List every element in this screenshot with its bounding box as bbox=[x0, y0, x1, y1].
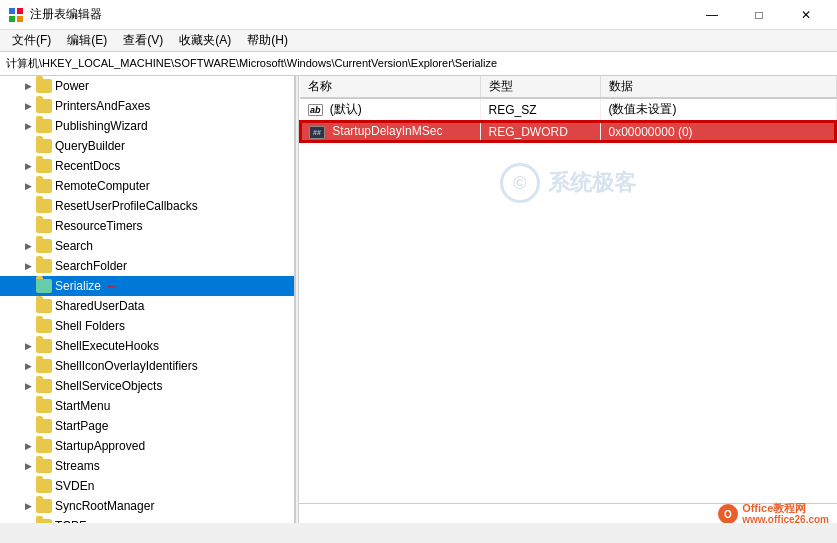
expander-publishing[interactable]: ▶ bbox=[20, 118, 36, 134]
expander-syncrootmanager[interactable]: ▶ bbox=[20, 498, 36, 514]
folder-icon-tcpf bbox=[36, 519, 52, 523]
tree-item-startmenu[interactable]: ▶ StartMenu bbox=[0, 396, 294, 416]
app-icon bbox=[8, 7, 24, 23]
folder-icon-shareduserdata bbox=[36, 299, 52, 313]
folder-icon-searchfolder bbox=[36, 259, 52, 273]
tree-item-resetprofile[interactable]: ▶ ResetUserProfileCallbacks bbox=[0, 196, 294, 216]
ab-icon: ab bbox=[308, 104, 323, 116]
minimize-button[interactable]: — bbox=[689, 0, 735, 30]
tree-label-remotecomputer: RemoteComputer bbox=[55, 179, 150, 193]
tree-label-startmenu: StartMenu bbox=[55, 399, 110, 413]
col-header-type[interactable]: 类型 bbox=[480, 76, 600, 98]
tree-item-recentdocs[interactable]: ▶ RecentDocs bbox=[0, 156, 294, 176]
folder-icon-shellexecutehooks bbox=[36, 339, 52, 353]
title-bar: 注册表编辑器 — □ ✕ bbox=[0, 0, 837, 30]
tree-item-tcpf[interactable]: ▶ TCPF... bbox=[0, 516, 294, 523]
cell-type-startup: REG_DWORD bbox=[480, 121, 600, 142]
tree-item-shellserviceobjects[interactable]: ▶ ShellServiceObjects bbox=[0, 376, 294, 396]
tree-item-shelliconoverlay[interactable]: ▶ ShellIconOverlayIdentifiers bbox=[0, 356, 294, 376]
menu-edit[interactable]: 编辑(E) bbox=[59, 30, 115, 51]
menu-file[interactable]: 文件(F) bbox=[4, 30, 59, 51]
cell-name-default: ab (默认) bbox=[300, 98, 480, 121]
expander-search[interactable]: ▶ bbox=[20, 238, 36, 254]
tree-label-shellserviceobjects: ShellServiceObjects bbox=[55, 379, 162, 393]
address-text: 计算机\HKEY_LOCAL_MACHINE\SOFTWARE\Microsof… bbox=[6, 56, 497, 71]
folder-icon-publishing bbox=[36, 119, 52, 133]
registry-table: 名称 类型 数据 ab (默认) REG_SZ bbox=[299, 76, 837, 143]
maximize-button[interactable]: □ bbox=[736, 0, 782, 30]
col-header-name[interactable]: 名称 bbox=[300, 76, 480, 98]
folder-icon-power bbox=[36, 79, 52, 93]
tree-label-search: Search bbox=[55, 239, 93, 253]
window-title: 注册表编辑器 bbox=[30, 6, 689, 23]
folder-icon-shellserviceobjects bbox=[36, 379, 52, 393]
registry-table-container: 名称 类型 数据 ab (默认) REG_SZ bbox=[299, 76, 837, 143]
expander-power[interactable]: ▶ bbox=[20, 78, 36, 94]
table-row[interactable]: ab (默认) REG_SZ (数值未设置) bbox=[300, 98, 836, 121]
tree-item-streams[interactable]: ▶ Streams bbox=[0, 456, 294, 476]
expander-searchfolder[interactable]: ▶ bbox=[20, 258, 36, 274]
tree-label-tcpf: TCPF... bbox=[55, 519, 95, 523]
tree-item-search[interactable]: ▶ Search bbox=[0, 236, 294, 256]
expander-shelliconoverlay[interactable]: ▶ bbox=[20, 358, 36, 374]
tree-item-svden[interactable]: ▶ SVDEn bbox=[0, 476, 294, 496]
col-header-data[interactable]: 数据 bbox=[600, 76, 836, 98]
main-content: ▶ Power ▶ PrintersAndFaxes ▶ PublishingW… bbox=[0, 76, 837, 523]
expander-printers[interactable]: ▶ bbox=[20, 98, 36, 114]
tree-label-syncrootmanager: SyncRootManager bbox=[55, 499, 154, 513]
tree-label-streams: Streams bbox=[55, 459, 100, 473]
table-body: ab (默认) REG_SZ (数值未设置) ## StartupDelayIn… bbox=[300, 98, 836, 142]
tree-item-resourcetimers[interactable]: ▶ ResourceTimers bbox=[0, 216, 294, 236]
arrow-indicator: ← bbox=[105, 278, 119, 294]
folder-icon-resetprofile bbox=[36, 199, 52, 213]
tree-item-shareduserdata[interactable]: ▶ SharedUserData bbox=[0, 296, 294, 316]
registry-values-panel: 名称 类型 数据 ab (默认) REG_SZ bbox=[299, 76, 837, 523]
tree-item-shellfolders[interactable]: ▶ Shell Folders bbox=[0, 316, 294, 336]
tree-item-serialize[interactable]: ▶ Serialize ← bbox=[0, 276, 294, 296]
menu-favorites[interactable]: 收藏夹(A) bbox=[171, 30, 239, 51]
dword-icon: ## bbox=[309, 126, 325, 139]
folder-icon-resourcetimers bbox=[36, 219, 52, 233]
expander-streams[interactable]: ▶ bbox=[20, 458, 36, 474]
tree-item-searchfolder[interactable]: ▶ SearchFolder bbox=[0, 256, 294, 276]
tree-item-startupapproved[interactable]: ▶ StartupApproved bbox=[0, 436, 294, 456]
cell-data-startup: 0x00000000 (0) bbox=[600, 121, 836, 142]
tree-label-printers: PrintersAndFaxes bbox=[55, 99, 150, 113]
folder-icon-startmenu bbox=[36, 399, 52, 413]
expander-remotecomputer[interactable]: ▶ bbox=[20, 178, 36, 194]
expander-shellexecutehooks[interactable]: ▶ bbox=[20, 338, 36, 354]
tree-item-querybuilder[interactable]: ▶ QueryBuilder bbox=[0, 136, 294, 156]
expander-recentdocs[interactable]: ▶ bbox=[20, 158, 36, 174]
tree-label-resourcetimers: ResourceTimers bbox=[55, 219, 143, 233]
menu-help[interactable]: 帮助(H) bbox=[239, 30, 296, 51]
folder-icon-shelliconoverlay bbox=[36, 359, 52, 373]
logo-area: O Office教程网 www.office26.com bbox=[718, 502, 829, 523]
tree-item-startpage[interactable]: ▶ StartPage bbox=[0, 416, 294, 436]
folder-icon-recentdocs bbox=[36, 159, 52, 173]
folder-icon-svden bbox=[36, 479, 52, 493]
row-name-startup: StartupDelayInMSec bbox=[332, 124, 442, 138]
table-row-startup-delay[interactable]: ## StartupDelayInMSec REG_DWORD 0x000000… bbox=[300, 121, 836, 142]
tree-label-power: Power bbox=[55, 79, 89, 93]
tree-item-publishing[interactable]: ▶ PublishingWizard bbox=[0, 116, 294, 136]
registry-tree[interactable]: ▶ Power ▶ PrintersAndFaxes ▶ PublishingW… bbox=[0, 76, 295, 523]
folder-icon-serialize bbox=[36, 279, 52, 293]
right-content: 名称 类型 数据 ab (默认) REG_SZ bbox=[299, 76, 837, 503]
tree-label-searchfolder: SearchFolder bbox=[55, 259, 127, 273]
tree-item-shellexecutehooks[interactable]: ▶ ShellExecuteHooks bbox=[0, 336, 294, 356]
tree-item-printers[interactable]: ▶ PrintersAndFaxes bbox=[0, 96, 294, 116]
svg-rect-2 bbox=[9, 16, 15, 22]
watermark-text: 系统极客 bbox=[548, 168, 636, 198]
watermark-circle: © bbox=[500, 163, 540, 203]
folder-icon-startupapproved bbox=[36, 439, 52, 453]
window-controls: — □ ✕ bbox=[689, 0, 829, 30]
tree-item-syncrootmanager[interactable]: ▶ SyncRootManager bbox=[0, 496, 294, 516]
expander-shellserviceobjects[interactable]: ▶ bbox=[20, 378, 36, 394]
tree-item-power[interactable]: ▶ Power bbox=[0, 76, 294, 96]
menu-view[interactable]: 查看(V) bbox=[115, 30, 171, 51]
svg-rect-1 bbox=[17, 8, 23, 14]
tree-item-remotecomputer[interactable]: ▶ RemoteComputer bbox=[0, 176, 294, 196]
folder-icon-remotecomputer bbox=[36, 179, 52, 193]
close-button[interactable]: ✕ bbox=[783, 0, 829, 30]
expander-startupapproved[interactable]: ▶ bbox=[20, 438, 36, 454]
